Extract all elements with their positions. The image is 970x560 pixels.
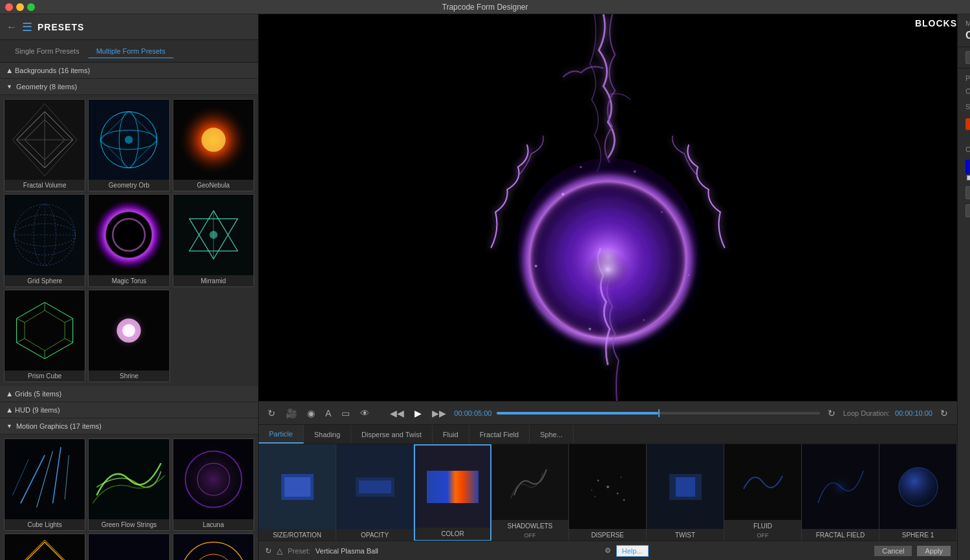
preset-mirramid[interactable]: Mirramid: [173, 194, 254, 286]
tab-disperse[interactable]: Disperse and Twist: [351, 425, 433, 444]
preset-shrine[interactable]: Shrine: [88, 290, 169, 382]
skip-forward-button[interactable]: ▶▶: [429, 407, 449, 420]
right-panel-header-wrap: Master Form COLOR ↻: [958, 14, 970, 47]
save-button[interactable]: △: [277, 546, 283, 555]
close-button[interactable]: [5, 3, 13, 11]
color-swatch[interactable]: [965, 118, 970, 130]
module-color[interactable]: COLOR: [414, 444, 491, 541]
back-arrow-icon[interactable]: ←: [6, 21, 17, 33]
module-label: COLOR: [415, 528, 490, 540]
copy-button-top[interactable]: Copy: [965, 51, 970, 64]
arrow-down-icon: ▼: [6, 83, 12, 90]
module-label: SIZE/ROTATION: [259, 529, 336, 541]
tab-shading[interactable]: Shading: [304, 425, 351, 444]
module-sublabel: OFF: [724, 532, 801, 541]
svg-rect-94: [676, 477, 695, 497]
preset-geonebula[interactable]: GeoNebula: [173, 99, 254, 191]
tab-fractal[interactable]: Fractal Field: [469, 425, 530, 444]
gradient-bar[interactable]: [965, 160, 970, 174]
preset-cube-lights[interactable]: Cube Lights: [4, 438, 85, 531]
tab-multiple-form[interactable]: Multiple Form Presets: [88, 44, 174, 58]
skip-back-button[interactable]: ◀◀: [387, 407, 407, 420]
apply-button[interactable]: Apply: [917, 546, 951, 556]
svg-point-72: [643, 319, 645, 321]
undo-bottom-button[interactable]: ↻: [265, 546, 272, 555]
module-fractal-field[interactable]: FRACTAL FIELD: [802, 444, 879, 541]
module-sphere1[interactable]: SPHERE 1: [879, 444, 957, 541]
preset-extra1[interactable]: [4, 533, 85, 560]
module-shadowlets[interactable]: SHADOWLETS OFF: [491, 444, 569, 541]
tab-bar: Particle Shading Disperse and Twist Flui…: [259, 425, 957, 444]
motion-grid: Cube Lights Green Flow Strings: [0, 435, 258, 560]
module-size-rotation[interactable]: SIZE/ROTATION: [259, 444, 336, 541]
preset-extra3[interactable]: [173, 533, 254, 560]
right-panel-actions: Copy Paste: [958, 47, 970, 69]
module-twist[interactable]: TWIST: [647, 444, 724, 541]
svg-rect-80: [359, 480, 391, 493]
preset-green-flow[interactable]: Green Flow Strings: [88, 438, 169, 531]
module-label: DISPERSE: [569, 529, 646, 541]
svg-point-91: [591, 490, 592, 491]
camera-button[interactable]: 🎥: [283, 407, 299, 420]
undo-button[interactable]: ↻: [265, 407, 278, 420]
tab-fluid[interactable]: Fluid: [433, 425, 469, 444]
set-color-row: Set Color: Over X Over Y Over Z Over Age…: [965, 100, 970, 113]
master-label: Master Form: [965, 19, 970, 27]
preset-fractal-volume[interactable]: Fractal Volume: [4, 99, 85, 191]
preset-magic-torus[interactable]: Magic Torus: [88, 194, 169, 286]
text-button[interactable]: A: [323, 407, 334, 420]
section-hud[interactable]: ▶ HUD (9 items): [0, 402, 258, 418]
cancel-button[interactable]: Cancel: [874, 546, 912, 556]
eye-button[interactable]: 👁: [358, 407, 372, 420]
section-backgrounds[interactable]: ▶ Backgrounds (16 items): [0, 63, 258, 79]
randomize-button[interactable]: Randomize: [965, 186, 970, 199]
timeline-progress[interactable]: [497, 412, 819, 415]
svg-point-86: [597, 479, 599, 481]
preset-label: Shrine: [89, 371, 169, 382]
copy-button-bottom[interactable]: Copy: [965, 204, 970, 217]
svg-point-66: [536, 194, 680, 320]
right-panel: Master Form COLOR ↻ Copy Paste Preset: U…: [957, 14, 970, 560]
preset-value-bottom: Vertical Plasma Ball: [316, 547, 378, 555]
module-fluid[interactable]: FLUID OFF: [724, 444, 802, 541]
module-label: SHADOWLETS: [491, 520, 568, 532]
settings-icon[interactable]: ⚙: [605, 546, 611, 555]
section-geometry[interactable]: ▼ Geometry (8 items): [0, 79, 258, 95]
preset-extra2[interactable]: [88, 533, 169, 560]
tab-single-form[interactable]: Single Form Presets: [6, 44, 88, 58]
minimize-button[interactable]: [16, 3, 24, 11]
center-area: ↻ 🎥 ◉ A ▭ 👁 ◀◀ ▶ ▶▶ 00:00:05:00 ↻ Loop D…: [259, 14, 957, 560]
preset-prism-cube[interactable]: Prism Cube: [4, 290, 85, 382]
section-grids[interactable]: ▶ Grids (5 items): [0, 386, 258, 402]
preset-tabs: Single Form Presets Multiple Form Preset…: [0, 40, 258, 63]
reset-button[interactable]: ↻: [938, 407, 951, 420]
section-geometry-label: Geometry (8 items): [16, 83, 77, 91]
module-disperse[interactable]: DISPERSE: [569, 444, 647, 541]
tab-particle[interactable]: Particle: [259, 425, 304, 444]
play-button[interactable]: ▶: [412, 407, 424, 420]
svg-point-30: [210, 231, 217, 239]
gradient-stop-left[interactable]: [967, 175, 970, 180]
frame-button[interactable]: ▭: [339, 407, 352, 420]
tab-sphere[interactable]: Sphe...: [530, 425, 574, 444]
loop-button[interactable]: ↻: [825, 407, 838, 420]
audio-button[interactable]: ◉: [305, 407, 318, 420]
preset-grid-sphere[interactable]: Grid Sphere: [4, 194, 85, 286]
gradient-bar-container: [965, 160, 970, 180]
preview-area: [259, 14, 957, 401]
presets-header: ← ☰ PRESETS: [0, 14, 258, 40]
current-time: 00:00:05:00: [454, 409, 491, 417]
preset-label: GeoNebula: [173, 180, 253, 191]
maximize-button[interactable]: [27, 3, 35, 11]
blocks-title: BLOCKS: [915, 18, 957, 28]
color-row: Color: [965, 87, 970, 95]
module-opacity[interactable]: OPACITY: [336, 444, 414, 541]
help-button[interactable]: Help...: [616, 545, 649, 557]
preset-lacuna[interactable]: Lacuna: [173, 438, 254, 531]
section-grids-label: Grids (5 items): [15, 390, 61, 398]
svg-point-52: [177, 443, 250, 515]
color-over-label: Color Over: [965, 145, 970, 153]
preset-geometry-orb[interactable]: Geometry Orb: [88, 99, 169, 191]
section-motion[interactable]: ▼ Motion Graphics (17 items): [0, 418, 258, 435]
timeline-marker: [658, 409, 660, 417]
